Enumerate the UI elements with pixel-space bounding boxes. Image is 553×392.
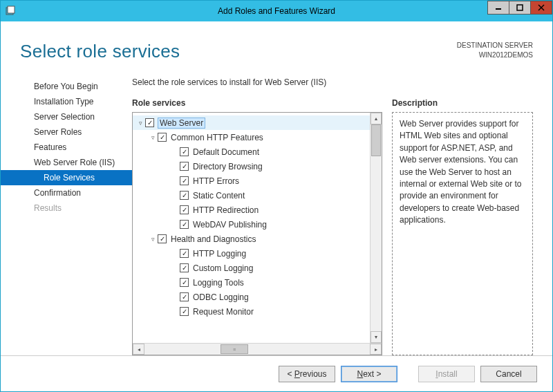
tree-node-label: Default Document: [193, 147, 259, 157]
tree-node-label: HTTP Logging: [193, 249, 246, 259]
step-server-selection[interactable]: Server Selection: [1, 109, 132, 124]
tree-node-label: Health and Diagnostics: [171, 234, 256, 244]
destination-info: DESTINATION SERVER WIN2012DEMOS: [457, 41, 533, 59]
tree-node-label: HTTP Errors: [193, 176, 239, 186]
checkbox[interactable]: ✓: [180, 147, 189, 156]
scroll-thumb[interactable]: [371, 124, 381, 156]
expander-placeholder: ▹: [170, 149, 180, 156]
expander-icon[interactable]: ▿: [148, 134, 158, 141]
tree-node[interactable]: ▿✓Health and Diagnostics: [133, 232, 370, 246]
checkbox[interactable]: ✓: [145, 118, 154, 127]
window-title: Add Roles and Features Wizard: [1, 6, 552, 16]
tree-node-label: Directory Browsing: [193, 162, 263, 171]
tree-node-label: WebDAV Publishing: [193, 220, 267, 230]
checkbox[interactable]: ✓: [158, 234, 167, 243]
expander-placeholder: ▹: [170, 250, 180, 257]
previous-button[interactable]: < Previous: [279, 366, 335, 382]
vertical-scrollbar[interactable]: ▴ ▾: [370, 113, 382, 343]
page-title: Select role services: [20, 41, 180, 62]
description-column: Description Web Server provides support …: [392, 98, 533, 355]
expander-icon[interactable]: ▿: [148, 236, 158, 243]
roles-header: Role services: [132, 98, 382, 108]
tree-node[interactable]: ▿✓Web Server: [133, 115, 370, 130]
expander-placeholder: ▹: [170, 163, 180, 170]
svg-rect-3: [517, 5, 523, 10]
pane: Select the role services to install for …: [132, 77, 533, 355]
hscroll-thumb[interactable]: ≡: [221, 344, 248, 354]
roles-tree-box: ▿✓Web Server▿✓Common HTTP Features▹✓Defa…: [132, 112, 382, 355]
roles-tree[interactable]: ▿✓Web Server▿✓Common HTTP Features▹✓Defa…: [133, 113, 370, 343]
horizontal-scrollbar[interactable]: ◂ ≡ ▸: [133, 343, 382, 355]
tree-node-label: Web Server: [158, 118, 205, 128]
tree-node[interactable]: ▹✓Custom Logging: [133, 261, 370, 275]
scroll-left-icon[interactable]: ◂: [133, 344, 144, 355]
main-area: Select role services DESTINATION SERVER …: [1, 21, 552, 391]
destination-label: DESTINATION SERVER: [457, 41, 533, 50]
checkbox[interactable]: ✓: [180, 205, 189, 214]
tree-node[interactable]: ▹✓HTTP Redirection: [133, 203, 370, 217]
next-button[interactable]: Next >: [341, 366, 397, 382]
columns: Role services ▿✓Web Server▿✓Common HTTP …: [132, 98, 533, 355]
expander-placeholder: ▹: [170, 221, 180, 228]
scroll-right-icon[interactable]: ▸: [370, 344, 382, 355]
cancel-button[interactable]: Cancel: [480, 366, 537, 382]
app-icon: [1, 6, 20, 17]
expander-placeholder: ▹: [170, 192, 180, 199]
checkbox[interactable]: ✓: [180, 263, 189, 272]
checkbox[interactable]: ✓: [180, 162, 189, 171]
tree-node-label: Logging Tools: [193, 278, 244, 288]
expander-icon[interactable]: ▿: [135, 120, 145, 127]
checkbox[interactable]: ✓: [180, 278, 189, 287]
expander-placeholder: ▹: [170, 207, 180, 214]
tree-node[interactable]: ▹✓Default Document: [133, 144, 370, 159]
tree-node-label: HTTP Redirection: [193, 205, 259, 215]
close-button[interactable]: [530, 1, 552, 15]
maximize-button[interactable]: [509, 1, 531, 15]
tree-node[interactable]: ▹✓Directory Browsing: [133, 159, 370, 174]
checkbox[interactable]: ✓: [180, 292, 189, 301]
step-installation-type[interactable]: Installation Type: [1, 94, 132, 109]
tree-node-label: Static Content: [193, 191, 245, 200]
checkbox[interactable]: ✓: [158, 133, 167, 142]
footer: < Previous Next > Install Cancel: [1, 355, 552, 391]
tree-node[interactable]: ▹✓WebDAV Publishing: [133, 217, 370, 232]
content: Before You Begin Installation Type Serve…: [1, 62, 552, 355]
checkbox[interactable]: ✓: [180, 191, 189, 200]
tree-node[interactable]: ▹✓ODBC Logging: [133, 290, 370, 304]
step-role-services[interactable]: Role Services: [1, 170, 132, 185]
expander-placeholder: ▹: [170, 308, 180, 315]
tree-node-label: Request Monitor: [193, 307, 254, 317]
expander-placeholder: ▹: [170, 279, 180, 286]
install-button: Install: [418, 366, 475, 382]
description-text: Web Server provides support for HTML Web…: [392, 112, 533, 355]
step-before-you-begin[interactable]: Before You Begin: [1, 79, 132, 94]
tree-node[interactable]: ▹✓HTTP Errors: [133, 174, 370, 188]
tree-node-label: Custom Logging: [193, 263, 253, 273]
minimize-button[interactable]: [487, 1, 509, 15]
roles-column: Role services ▿✓Web Server▿✓Common HTTP …: [132, 98, 382, 355]
scroll-up-icon[interactable]: ▴: [371, 113, 382, 124]
wizard-steps: Before You Begin Installation Type Serve…: [1, 77, 132, 355]
checkbox[interactable]: ✓: [180, 307, 189, 316]
expander-placeholder: ▹: [170, 265, 180, 272]
tree-node[interactable]: ▹✓Static Content: [133, 188, 370, 203]
tree-node[interactable]: ▹✓Request Monitor: [133, 304, 370, 319]
step-confirmation[interactable]: Confirmation: [1, 185, 132, 200]
header-row: Select role services DESTINATION SERVER …: [1, 21, 552, 62]
instruction-text: Select the role services to install for …: [132, 77, 533, 87]
expander-placeholder: ▹: [170, 294, 180, 301]
scroll-down-icon[interactable]: ▾: [371, 331, 382, 343]
title-bar: Add Roles and Features Wizard: [1, 1, 552, 21]
tree-node[interactable]: ▿✓Common HTTP Features: [133, 130, 370, 144]
step-web-server-role[interactable]: Web Server Role (IIS): [1, 155, 132, 170]
tree-node[interactable]: ▹✓HTTP Logging: [133, 246, 370, 261]
step-results: Results: [1, 200, 132, 216]
tree-node-label: ODBC Logging: [193, 292, 249, 302]
checkbox[interactable]: ✓: [180, 249, 189, 258]
description-header: Description: [392, 98, 533, 108]
step-features[interactable]: Features: [1, 140, 132, 155]
tree-node[interactable]: ▹✓Logging Tools: [133, 275, 370, 290]
step-server-roles[interactable]: Server Roles: [1, 124, 132, 140]
checkbox[interactable]: ✓: [180, 220, 189, 229]
checkbox[interactable]: ✓: [180, 176, 189, 185]
